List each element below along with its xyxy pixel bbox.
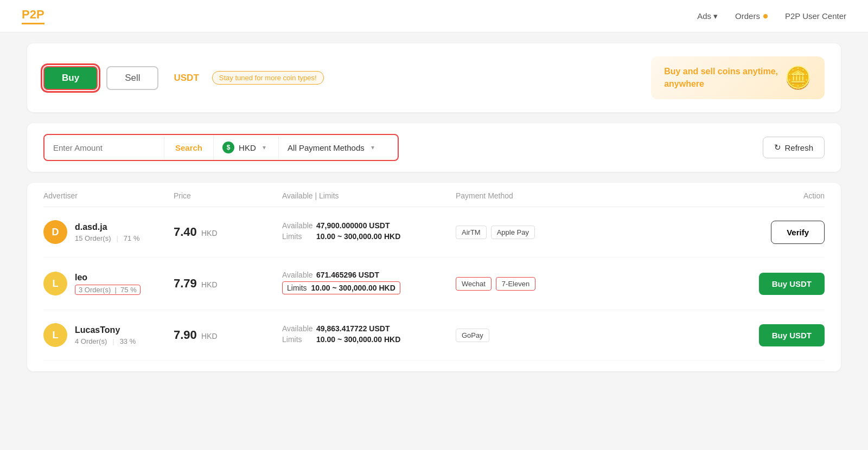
banner-text-line2: anywhere [664, 78, 778, 90]
nav-ads[interactable]: Ads ▾ [697, 11, 718, 21]
limits-label: Limits [287, 284, 307, 292]
banner: Buy and sell coins anytime, anywhere 🪙 [651, 56, 825, 99]
orders-notification-dot [763, 14, 768, 18]
search-button[interactable]: Search [164, 137, 213, 159]
col-header-advertiser: Advertiser [43, 191, 174, 200]
advertiser-name: LucasTony [75, 325, 136, 335]
currency-selector[interactable]: $ HKD ▾ [213, 135, 278, 160]
order-count: 4 Order(s) [75, 337, 107, 345]
avatar: L [43, 272, 67, 295]
completion-rate: 71 % [124, 234, 140, 242]
advertiser-name: leo [75, 273, 141, 282]
payment-badge-highlighted: Wechat [456, 277, 492, 291]
limits-value: 10.00 ~ 300,000.00 HKD [316, 232, 400, 241]
refresh-icon: ↻ [774, 143, 781, 152]
available-label: Available [282, 271, 312, 279]
search-bar: Search $ HKD ▾ All Payment Methods ▾ [43, 134, 399, 161]
price-currency: HKD [201, 280, 218, 289]
available-label: Available [282, 221, 312, 230]
payment-badge: Apple Pay [491, 226, 535, 239]
payment-badge-highlighted: 7-Eleven [496, 277, 535, 291]
advertiser-name: d.asd.ja [75, 222, 140, 232]
available-value: 49,863.417722 USDT [316, 324, 390, 333]
nav-user-center[interactable]: P2P User Center [785, 11, 846, 21]
payment-methods: AirTM Apple Pay [456, 226, 738, 239]
available-value: 47,900.000000 USDT [316, 221, 390, 230]
limits-value: 10.00 ~ 300,000.00 HKD [316, 335, 400, 344]
price-value: 7.90 [174, 328, 197, 342]
price-value: 7.79 [174, 277, 197, 290]
currency-tag: USDT [174, 73, 199, 83]
price-value: 7.40 [174, 225, 197, 239]
avatar: L [43, 323, 67, 347]
limits-label: Limits [282, 232, 312, 241]
buy-usdt-button[interactable]: Buy USDT [759, 324, 825, 346]
table-row: D d.asd.ja 15 Order(s) | 71 % 7.40 HKD A… [43, 207, 825, 258]
chevron-down-icon: ▾ [263, 144, 266, 151]
col-header-price: Price [174, 191, 282, 200]
limits-value: 10.00 ~ 300,000.00 HKD [311, 284, 395, 292]
completion-rate: 33 % [120, 337, 136, 345]
listings-table: Advertiser Price Available | Limits Paym… [27, 183, 841, 371]
available-value: 671.465296 USDT [316, 271, 379, 279]
order-count-highlighted: 3 Order(s) | 75 % [75, 285, 141, 295]
payment-methods: Wechat 7-Eleven [456, 277, 738, 291]
available-label: Available [282, 324, 312, 333]
currency-code: HKD [239, 143, 256, 152]
payment-badge: GoPay [456, 329, 489, 342]
payment-method-selector[interactable]: All Payment Methods ▾ [278, 137, 398, 159]
verify-button[interactable]: Verify [771, 221, 825, 244]
table-row: L leo 3 Order(s) | 75 % 7.79 HKD Availab… [43, 258, 825, 310]
chevron-down-icon: ▾ [713, 11, 718, 21]
buy-button[interactable]: Buy [43, 66, 98, 90]
refresh-button[interactable]: ↻ Refresh [763, 137, 825, 158]
banner-icon: 🪙 [784, 65, 812, 91]
col-header-action: Action [738, 191, 825, 200]
currency-icon: $ [222, 142, 234, 153]
amount-input[interactable] [44, 137, 164, 159]
chevron-down-icon: ▾ [371, 144, 374, 151]
sell-button[interactable]: Sell [106, 66, 158, 90]
banner-text-line1: Buy and sell coins anytime, [664, 66, 778, 78]
price-currency: HKD [201, 229, 218, 237]
avatar: D [43, 220, 67, 244]
col-header-payment: Payment Method [456, 191, 738, 200]
col-header-available-limits: Available | Limits [282, 191, 456, 200]
order-count: 15 Order(s) [75, 234, 111, 242]
price-currency: HKD [201, 332, 218, 340]
nav-orders[interactable]: Orders [735, 11, 768, 21]
limits-label: Limits [282, 335, 312, 344]
payment-method-label: All Payment Methods [288, 143, 365, 152]
header-logo: P2P [22, 8, 44, 24]
payment-badge: AirTM [456, 226, 487, 239]
table-row: L LucasTony 4 Order(s) | 33 % 7.90 HKD A… [43, 310, 825, 361]
payment-methods: GoPay [456, 329, 738, 342]
buy-usdt-button[interactable]: Buy USDT [759, 273, 825, 295]
coin-note-tag: Stay tuned for more coin types! [212, 71, 324, 85]
limits-row-highlighted: Limits 10.00 ~ 300,000.00 HKD [282, 281, 400, 294]
